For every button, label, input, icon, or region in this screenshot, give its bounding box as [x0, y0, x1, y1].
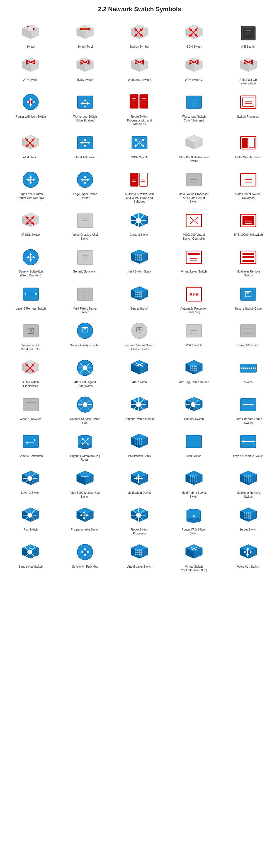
- symbol-item-29: BTS 10200 Softswitch: [222, 208, 275, 242]
- symbol-item-65: Pbx Switch: [4, 503, 57, 537]
- symbol-label-51: Content Service Switch 1100: [70, 417, 100, 425]
- symbol-label-54: Fibre Channel Fabric Switch: [233, 417, 264, 425]
- symbol-icon-25: [20, 209, 42, 231]
- symbol-item-64: Multilayer Remote Switch: [222, 466, 275, 500]
- symbol-icon-46: [74, 357, 96, 379]
- symbol-icon-27: [128, 209, 151, 231]
- svg-point-521: [28, 550, 32, 554]
- symbol-icon-60: [20, 467, 42, 490]
- symbol-label-16: LAN2LAN Switch: [74, 155, 96, 159]
- symbol-item-59: Layer 2 Remote Switch: [222, 429, 275, 463]
- symbol-label-62: Multiswitch Device: [127, 491, 151, 495]
- symbol-icon-36: [74, 283, 96, 305]
- svg-point-332: [251, 367, 252, 369]
- symbol-item-58: Isdn Switch: [167, 429, 220, 463]
- symbol-icon-42: [128, 320, 151, 342]
- symbol-label-15: ATM Switch: [23, 155, 38, 159]
- symbol-icon-48: [183, 357, 205, 379]
- symbol-item-48: Atm Tag Switch Router: [167, 355, 220, 389]
- symbol-item-72: Virtual Layer Switch: [113, 540, 166, 574]
- symbol-icon-53: [183, 394, 205, 416]
- symbol-item-2: Switch Symbol: [113, 20, 166, 50]
- symbol-label-20: Edge Label Switch Router with NetFlow: [15, 192, 46, 200]
- symbol-label-2: Switch Symbol: [130, 45, 149, 49]
- symbol-item-21: NF Edge Label Switch Router: [59, 167, 112, 205]
- symbol-item-51: Content Service Switch 1100: [59, 392, 112, 426]
- symbol-item-70: SI Simultlayer Switch: [4, 540, 57, 574]
- symbol-item-22: Multilayer Switch, with and without Text…: [113, 167, 166, 205]
- symbol-item-49: Switch: [222, 355, 275, 389]
- symbol-item-68: SI Router With Silicon Switch: [167, 503, 220, 537]
- symbol-icon-54: [237, 394, 259, 416]
- symbol-icon-30: [20, 246, 42, 268]
- symbol-icon-29: [237, 209, 259, 231]
- symbol-icon-74: V: [237, 541, 259, 563]
- svg-point-492: [136, 513, 141, 518]
- symbol-label-0: Switch: [27, 45, 35, 49]
- symbol-label-4: A-B Switch: [241, 45, 255, 49]
- symbol-item-33: Virtual Layer Switch: [167, 245, 220, 279]
- symbol-item-67: Route Switch Processor: [113, 503, 166, 537]
- symbol-label-60: Layer 3 Switch: [21, 491, 40, 495]
- symbol-label-50: Class 4_5Switch: [20, 417, 41, 421]
- svg-point-327: [241, 367, 243, 369]
- svg-point-328: [243, 367, 245, 369]
- svg-point-310: [83, 366, 87, 370]
- symbol-label-47: Atm Switch: [132, 380, 147, 384]
- symbol-item-39: Secure Switch Cisco: [222, 282, 275, 316]
- symbol-item-38: APS Automatic Protection Switching: [167, 282, 220, 316]
- symbol-icon-50: [20, 394, 42, 416]
- svg-point-360: [136, 402, 141, 407]
- symbol-label-23: Data Switch Processor, AKA Data Center S…: [179, 192, 209, 204]
- symbol-item-30: Generic Softswitch (Cisco Branded): [4, 245, 57, 279]
- svg-rect-377: [23, 435, 38, 448]
- symbol-item-56: Gigabit Switch Atm Tag Router: [59, 429, 112, 463]
- symbol-icon-17: [128, 132, 151, 154]
- symbol-item-28: VSC3000 Virtual Switch Controller: [167, 208, 220, 242]
- symbol-item-10: Router w/Silicon Switch: [4, 90, 57, 128]
- symbol-icon-35: [20, 283, 42, 305]
- symbol-item-11: Workgroup Switch Voice-Enabled: [59, 90, 112, 128]
- symbol-label-64: Multilayer Remote Switch: [233, 491, 264, 498]
- symbol-item-12: Route/Switch Processor with and without …: [113, 90, 166, 128]
- symbol-label-40: Secure Switch Subdued Color: [15, 344, 46, 351]
- symbol-icon-21: NF: [74, 168, 96, 191]
- symbol-item-13: Workgroup Switch Color/ Subdued: [167, 90, 220, 128]
- symbol-label-55: Generic Softswitch: [19, 454, 43, 458]
- symbol-icon-47: [128, 357, 151, 379]
- symbol-item-5: ATM switch: [4, 53, 57, 87]
- symbol-item-25: IP DSL Switch: [4, 208, 57, 242]
- svg-rect-241: [243, 253, 254, 255]
- symbol-label-10: Router w/Silicon Switch: [15, 115, 46, 119]
- symbol-item-47: Atm Switch: [113, 355, 166, 389]
- symbol-icon-67: [128, 504, 151, 526]
- symbol-label-41: Secure Catalyst Switch: [70, 344, 100, 347]
- symbol-icon-41: [74, 320, 96, 342]
- svg-point-348: [83, 402, 87, 407]
- symbol-item-54: Fibre Channel Fabric Switch: [222, 392, 275, 426]
- svg-point-333: [253, 367, 254, 369]
- svg-rect-403: [186, 435, 202, 448]
- symbol-icon-72: [128, 541, 151, 563]
- symbol-label-39: Secure Switch Cisco: [235, 307, 262, 311]
- symbol-icon-24: [237, 168, 259, 191]
- svg-point-386: [78, 444, 92, 448]
- symbol-item-24: Data Center Switch, Reversed: [222, 167, 275, 205]
- symbol-label-68: Router With Silicon Switch: [179, 528, 209, 535]
- symbol-icon-57: [128, 431, 151, 453]
- symbol-label-1: Switch Pool: [78, 45, 93, 49]
- symbol-icon-61: [74, 467, 96, 490]
- symbol-label-66: Programmable Switch: [71, 528, 99, 532]
- symbol-icon-3: [183, 21, 205, 43]
- symbol-item-1: Switch Pool: [59, 20, 112, 50]
- symbol-label-26: Voice-Enabled ATM Switch: [70, 233, 100, 241]
- symbol-item-74: V Voice Atm Switch: [222, 540, 275, 574]
- page-title: 2.2 Network Switch Symbols: [0, 0, 279, 17]
- symbol-label-3: ISDN Switch: [186, 45, 202, 49]
- symbol-item-9: ATM/Fast GB etherswitch: [222, 53, 275, 87]
- symbol-icon-40: [20, 320, 42, 342]
- symbol-icon-52: [128, 394, 151, 416]
- symbol-icon-2: [128, 21, 151, 43]
- symbol-label-71: Softswitch Pgw Mgc: [72, 565, 98, 569]
- symbol-icon-0: [20, 21, 42, 43]
